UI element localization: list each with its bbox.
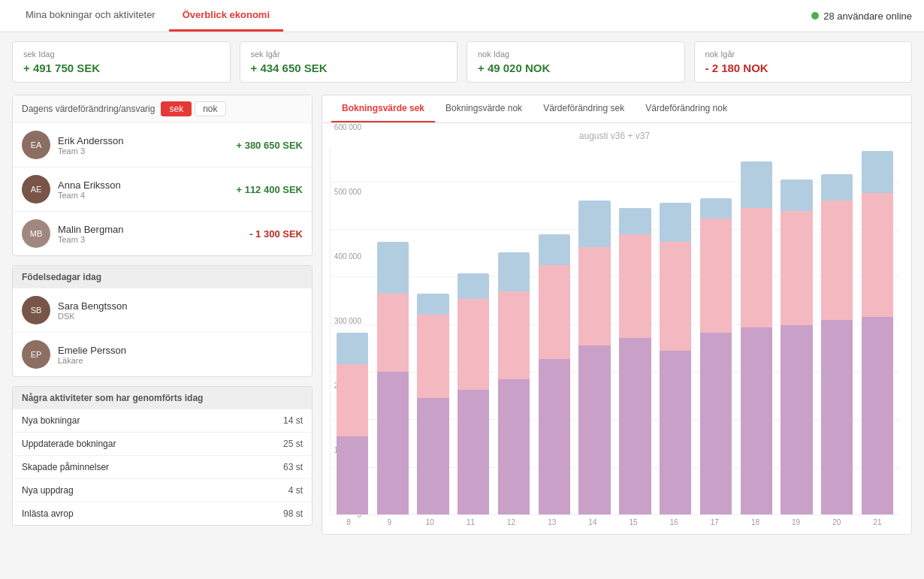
bar-group-6 bbox=[576, 201, 614, 514]
bar-group-3 bbox=[454, 273, 492, 514]
x-label-9: 17 bbox=[696, 518, 733, 526]
tabs-left: Mina bokningar och aktiviteter Överblick… bbox=[12, 0, 283, 32]
tab-mina-bokningar[interactable]: Mina bokningar och aktiviteter bbox=[12, 0, 169, 32]
main-content: sek Idag + 491 750 SEK sek Igår + 434 65… bbox=[0, 32, 924, 544]
bar-pink bbox=[337, 364, 368, 437]
bar-mauve bbox=[700, 333, 732, 514]
kpi-value-0: + 491 750 SEK bbox=[23, 62, 219, 74]
bar-mauve bbox=[781, 325, 812, 514]
persons-list: EA Erik Andersson Team 3 + 380 650 SEKAE… bbox=[13, 123, 312, 255]
x-label-1: 9 bbox=[370, 518, 408, 526]
person-value: + 380 650 SEK bbox=[236, 140, 303, 151]
value-change-header: Dagens värdeförändring/ansvarig sek nok bbox=[13, 95, 312, 123]
person-name: Erik Andersson bbox=[58, 135, 228, 146]
bar-stack bbox=[536, 234, 573, 514]
x-label-6: 14 bbox=[574, 518, 611, 526]
activity-label: Uppdaterade bokningar bbox=[22, 439, 116, 449]
filter-sek[interactable]: sek bbox=[161, 101, 192, 116]
bar-blue bbox=[337, 333, 368, 363]
avatar: MB bbox=[22, 219, 50, 248]
chart-subtitle: augusti v36 + v37 bbox=[330, 131, 899, 141]
avatar: SB bbox=[22, 296, 50, 324]
bar-stack bbox=[697, 198, 735, 514]
birthday-name: Sara Bengtsson bbox=[58, 300, 303, 312]
activity-count: 14 st bbox=[283, 415, 303, 426]
filter-nok[interactable]: nok bbox=[195, 101, 225, 116]
bar-mauve bbox=[337, 436, 368, 514]
bar-stack bbox=[778, 179, 816, 514]
activity-count: 63 st bbox=[283, 462, 303, 472]
chart-panel: Bokningsvärde sekBokningsvärde nokVärdef… bbox=[322, 95, 912, 535]
bar-group-2 bbox=[415, 294, 452, 514]
bar-pink bbox=[578, 247, 610, 345]
value-change-card: Dagens värdeförändring/ansvarig sek nok … bbox=[12, 95, 313, 256]
bar-pink bbox=[498, 291, 530, 379]
x-label-7: 15 bbox=[614, 518, 652, 526]
avatar: EP bbox=[22, 340, 50, 369]
activity-row-0: Nya bokningar 14 st bbox=[13, 409, 312, 433]
x-label-0: 8 bbox=[330, 518, 367, 526]
avatar: AE bbox=[22, 175, 50, 204]
person-info: Anna Eriksson Team 4 bbox=[58, 179, 228, 200]
activity-count: 4 st bbox=[288, 485, 303, 496]
birthday-person-info: Sara Bengtsson DSK bbox=[58, 300, 303, 321]
activity-count: 98 st bbox=[283, 508, 303, 519]
bar-stack bbox=[334, 333, 371, 514]
bar-mauve bbox=[377, 372, 409, 514]
x-label-10: 18 bbox=[736, 518, 774, 526]
bar-mauve bbox=[660, 351, 691, 514]
activity-label: Nya bokningar bbox=[22, 415, 80, 426]
chart-area: augusti v36 + v37 600 000500 000400 0003… bbox=[322, 123, 911, 534]
bottom-layout: Dagens värdeförändring/ansvarig sek nok … bbox=[12, 95, 912, 535]
online-dot bbox=[811, 12, 819, 20]
bar-stack bbox=[818, 174, 856, 514]
bar-mauve bbox=[862, 317, 893, 514]
kpi-label-2: nok Idag bbox=[478, 50, 674, 59]
activity-label: Skapade påminnelser bbox=[22, 462, 109, 472]
birthday-role: Läkare bbox=[58, 356, 303, 365]
bar-pink bbox=[700, 219, 732, 333]
person-team: Team 4 bbox=[58, 191, 228, 200]
y-label-0: 600 000 bbox=[334, 123, 361, 131]
bar-mauve bbox=[619, 338, 651, 514]
x-label-3: 11 bbox=[451, 518, 489, 526]
bar-stack bbox=[657, 203, 694, 514]
chart-tabs: Bokningsvärde sekBokningsvärde nokVärdef… bbox=[322, 95, 911, 123]
person-team: Team 3 bbox=[58, 235, 242, 244]
bar-blue bbox=[862, 151, 893, 192]
kpi-row: sek Idag + 491 750 SEK sek Igår + 434 65… bbox=[12, 41, 912, 83]
avatar: EA bbox=[22, 131, 50, 159]
bar-blue bbox=[417, 294, 448, 315]
chart-tab-1[interactable]: Bokningsvärde nok bbox=[435, 95, 533, 122]
bar-stack bbox=[859, 151, 896, 514]
bar-blue bbox=[539, 234, 570, 265]
bar-blue bbox=[377, 242, 409, 294]
bar-group-9 bbox=[697, 198, 735, 514]
kpi-card-2: nok Idag + 49 020 NOK bbox=[467, 41, 685, 83]
person-row-0: EA Erik Andersson Team 3 + 380 650 SEK bbox=[13, 123, 312, 167]
header-tabs: Mina bokningar och aktiviteter Överblick… bbox=[0, 0, 924, 32]
bar-group-11 bbox=[778, 179, 816, 514]
tab-overblick-ekonomi[interactable]: Överblick ekonomi bbox=[169, 0, 283, 32]
bar-mauve bbox=[457, 390, 489, 514]
bar-stack bbox=[616, 208, 654, 514]
activity-label: Nya uppdrag bbox=[22, 485, 74, 496]
activities-card: Några aktiviteter som har genomförts ida… bbox=[12, 386, 313, 526]
activity-count: 25 st bbox=[283, 439, 303, 449]
chart-tab-0[interactable]: Bokningsvärde sek bbox=[331, 95, 435, 122]
person-row-2: MB Malin Bergman Team 3 - 1 300 SEK bbox=[13, 212, 312, 255]
kpi-card-3: nok Igår - 2 180 NOK bbox=[694, 41, 913, 83]
bar-blue bbox=[781, 179, 812, 210]
bar-mauve bbox=[821, 320, 853, 514]
x-label-13: 21 bbox=[859, 518, 896, 526]
bar-mauve bbox=[578, 345, 610, 514]
kpi-value-3: - 2 180 NOK bbox=[705, 62, 901, 74]
kpi-card-0: sek Idag + 491 750 SEK bbox=[12, 41, 231, 83]
bar-blue bbox=[578, 201, 610, 247]
kpi-value-1: + 434 650 SEK bbox=[251, 62, 447, 74]
chart-tab-2[interactable]: Värdeförändring sek bbox=[533, 95, 635, 122]
bar-blue bbox=[741, 161, 772, 208]
bar-pink bbox=[539, 265, 570, 358]
chart-tab-3[interactable]: Värdeförändring nok bbox=[635, 95, 738, 122]
person-row-1: AE Anna Eriksson Team 4 + 112 400 SEK bbox=[13, 167, 312, 212]
